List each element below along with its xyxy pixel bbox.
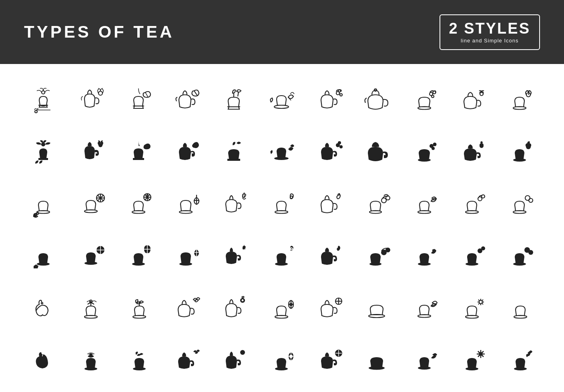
page-header: TYPES OF TEA 2 STYLES line and Simple Ic… [0,0,564,64]
svg-point-66 [513,262,526,266]
icon-cup-berries-line [403,79,447,123]
icon-cup-lemon-slice-solid [165,235,209,279]
svg-point-55 [179,262,192,266]
icon-teapot-pear-line [308,183,352,227]
icon-cup-round-fruit-solid [498,235,542,279]
svg-point-80 [479,300,482,304]
icon-cup-lemon-line [70,183,114,227]
icon-teapot-leaf-line-2 [165,79,209,123]
icon-row-3 [20,179,544,231]
icon-cup-avocado-solid [260,235,304,279]
icon-teapot-berries-solid [308,131,352,175]
svg-point-81 [514,316,527,318]
svg-point-0 [42,91,45,94]
svg-point-65 [481,246,485,250]
svg-point-50 [37,262,50,266]
icon-cup-daisy-line [451,287,495,331]
svg-point-24 [418,158,431,162]
icon-cup-flower-daisy-solid [451,339,495,383]
icon-cup-flower-large-solid [260,339,304,383]
icons-grid [0,64,564,392]
icon-cup-round-line [498,287,542,331]
svg-point-26 [433,143,436,146]
icon-cup-avocado-line [260,183,304,227]
svg-point-92 [514,367,527,370]
svg-point-88 [369,366,385,370]
icon-cup-lemon-slice-line [165,183,209,227]
svg-point-29 [513,158,526,162]
icon-cup-mint-solid [403,235,447,279]
svg-point-44 [466,211,478,214]
icon-teapot-lemon-line [308,287,352,331]
icon-row-5 [20,283,544,335]
svg-point-69 [41,302,43,304]
icon-cup-berries-alt-solid [451,235,495,279]
icon-row-1 [20,75,544,127]
icon-cup-flower-solid [22,131,66,175]
svg-point-74 [275,316,288,318]
icon-cup-apple-line [22,287,66,331]
icon-cup-cherry-line [355,183,399,227]
svg-point-72 [133,316,146,318]
icon-cup-leaves-alt-line [403,287,447,331]
svg-point-43 [418,211,431,214]
icon-cup-herbs-solid [117,339,161,383]
icon-cup-flower-line [22,79,66,123]
icon-teapot-pear-solid [308,235,352,279]
icon-cup-orange-solid [117,235,161,279]
icon-teapot-flowers-line [451,79,495,123]
svg-point-20 [274,157,289,160]
svg-point-51 [35,266,37,267]
icon-cup-cherry-solid [355,235,399,279]
svg-point-5 [340,94,342,96]
svg-point-54 [132,262,145,266]
svg-point-11 [432,95,434,98]
icon-teapot-berries-line [308,79,352,123]
icon-cup-steam-line [213,79,257,123]
svg-point-40 [369,211,381,214]
svg-point-27 [432,147,435,150]
icon-teapot-flowers-solid [451,131,495,175]
svg-point-12 [480,92,483,96]
styles-number: 2 STYLES [449,21,531,36]
svg-point-8 [418,107,431,110]
icon-cup-herbs-line [117,287,161,331]
svg-point-68 [528,250,533,255]
svg-rect-15 [38,158,48,160]
icon-cup-wide-solid [355,339,399,383]
icon-cup-orange-line [117,183,161,227]
icon-cup-plain-line [498,183,542,227]
svg-rect-18 [133,158,144,160]
svg-point-62 [418,262,431,266]
styles-badge: 2 STYLES line and Simple Icons [440,14,540,50]
svg-point-56 [275,262,288,266]
svg-point-23 [338,141,341,144]
svg-point-52 [84,262,97,265]
icon-cup-leaf-solid [117,131,161,175]
icon-cup-leaf-line [117,79,161,123]
icon-cup-apple-solid [22,339,66,383]
icon-teapot-big-solid [355,131,399,175]
icon-teapot-lemon-solid [308,339,352,383]
svg-point-3 [274,105,289,108]
icon-teapot-carrot-line [213,183,257,227]
svg-point-90 [466,367,478,370]
svg-point-47 [513,211,526,214]
icon-cup-star-line [22,183,66,227]
svg-point-70 [84,316,97,318]
icon-cup-saucer-leaves-solid [260,131,304,175]
svg-point-22 [339,145,343,148]
page-title: TYPES OF TEA [24,22,174,42]
icon-row-4 [20,231,544,283]
icon-cup-flower-alt-solid [498,131,542,175]
icon-cup-leaves-solid [403,339,447,383]
icon-cup-berry-line [451,183,495,227]
svg-rect-19 [227,159,240,161]
svg-point-79 [466,316,478,318]
svg-point-82 [84,367,97,370]
icon-cup-wide-line [355,287,399,331]
icon-teapot-herbs-solid [165,339,209,383]
icon-cup-vanilla-line [70,287,114,331]
icon-cup-flower-large-line [260,287,304,331]
svg-point-78 [418,315,431,318]
